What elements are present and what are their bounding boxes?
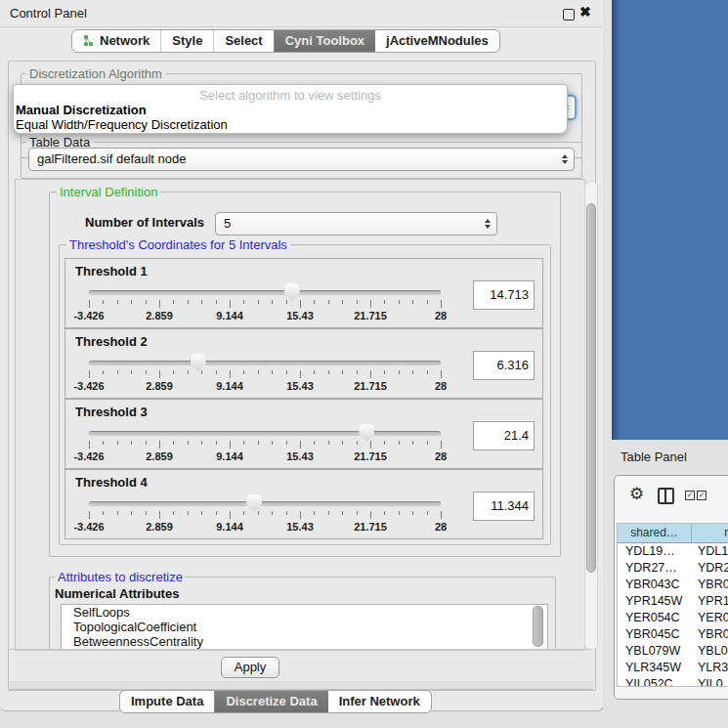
tick xyxy=(201,300,202,304)
threshold-slider[interactable]: -3.4262.8599.14415.4321.71528 xyxy=(89,425,441,466)
attribute-list-item[interactable]: TopologicalCoefficient xyxy=(62,620,547,634)
apply-button[interactable]: Apply xyxy=(221,657,279,678)
threshold-value-field[interactable]: 14.713 xyxy=(473,280,535,310)
threshold-slider[interactable]: -3.4262.8599.14415.4321.71528 xyxy=(89,355,441,396)
axis-tick-label: 2.859 xyxy=(146,450,173,462)
threshold-value-field[interactable]: 11.344 xyxy=(473,492,535,521)
tab-label: Discretize Data xyxy=(226,694,317,708)
tab-style[interactable]: Style xyxy=(160,30,213,52)
cell-name: YIL0 xyxy=(698,677,723,687)
attribute-list-item[interactable]: BetweennessCentrality xyxy=(62,634,547,649)
cell-shared-name: YPR145W xyxy=(625,594,682,608)
slider-track[interactable] xyxy=(89,431,441,436)
axis-tick-label: 28 xyxy=(435,310,447,321)
table-row[interactable]: YPR145WYPR1 xyxy=(618,593,728,610)
table-row[interactable]: YLR345WYLR3 xyxy=(618,660,728,676)
tick xyxy=(131,441,132,445)
float-window-icon[interactable] xyxy=(563,9,575,21)
settings-scrollbar[interactable] xyxy=(584,181,598,650)
tick xyxy=(427,300,428,304)
axis-tick-label: 9.144 xyxy=(216,380,243,392)
cell-shared-name: YDL19… xyxy=(625,544,675,558)
attributes-group-label: Attributes to discretize xyxy=(55,570,186,584)
tick xyxy=(117,300,118,304)
tick xyxy=(243,300,244,304)
threshold-slider[interactable]: -3.4262.8599.14415.4321.71528 xyxy=(89,284,441,325)
table-row[interactable]: YIL052CYIL0 xyxy=(618,676,728,687)
tick xyxy=(427,441,428,445)
tick xyxy=(342,300,343,304)
table-row[interactable]: YER054CYER0 xyxy=(618,610,728,626)
number-of-intervals-combobox[interactable]: 5 xyxy=(215,212,497,236)
axis-tick-label: 15.43 xyxy=(286,380,314,392)
close-icon[interactable]: ✖ xyxy=(579,4,591,20)
numerical-attributes-list[interactable]: SelfLoopsTopologicalCoefficientBetweenne… xyxy=(61,604,548,651)
tab-impute-data[interactable]: Impute Data xyxy=(120,691,214,712)
checkbox-icon[interactable]: ✓ xyxy=(697,491,707,500)
tick xyxy=(103,511,104,515)
slider-handle[interactable] xyxy=(191,354,206,371)
threshold-panel-3: Threshold 3-3.4262.8599.14415.4321.71528… xyxy=(64,399,543,469)
column-header-name[interactable]: na xyxy=(692,524,728,543)
tab-label: jActiveMNodules xyxy=(386,33,489,48)
axis-tick-label: 15.43 xyxy=(286,450,314,462)
scrollbar-thumb[interactable] xyxy=(586,203,596,573)
threshold-slider[interactable]: -3.4262.8599.14415.4321.71528 xyxy=(89,495,441,536)
tick xyxy=(258,300,259,304)
tick xyxy=(342,370,343,374)
tab-label: Select xyxy=(225,33,262,48)
axis-tick-label: 9.144 xyxy=(216,521,243,533)
threshold-label: Threshold 4 xyxy=(75,475,148,490)
gear-icon[interactable]: ⚙ xyxy=(629,484,644,504)
tab-jactivemnodules[interactable]: jActiveMNodules xyxy=(375,30,499,52)
table-row[interactable]: YBL079WYBL0 xyxy=(618,643,728,660)
slider-track[interactable] xyxy=(89,501,441,506)
bottom-tab-bar: Impute DataDiscretize DataInfer Network xyxy=(119,690,432,713)
table-row[interactable]: YDR27…YDR2 xyxy=(618,560,728,577)
threshold-value-field[interactable]: 6.316 xyxy=(473,351,535,380)
columns-icon[interactable] xyxy=(658,488,674,504)
slider-handle[interactable] xyxy=(284,283,300,301)
attribute-list-item[interactable]: SelfLoops xyxy=(62,605,547,620)
table-row[interactable]: YDL19…YDL1 xyxy=(618,543,728,560)
tab-discretize-data[interactable]: Discretize Data xyxy=(214,691,327,712)
table-row[interactable]: YBR045CYBR0 xyxy=(618,626,728,643)
cell-shared-name: YBR043C xyxy=(625,578,680,591)
slider-handle[interactable] xyxy=(246,494,262,512)
tab-cyni-toolbox[interactable]: Cyni Toolbox xyxy=(274,30,375,52)
tick xyxy=(328,300,329,304)
tick xyxy=(314,370,315,374)
attributes-list-scrollbar[interactable] xyxy=(533,606,543,647)
tab-select[interactable]: Select xyxy=(213,30,273,52)
axis-tick-label: 21.715 xyxy=(354,310,387,321)
table-data-combobox[interactable]: galFiltered.sif default node xyxy=(28,148,575,171)
tick xyxy=(131,370,132,374)
slider-track[interactable] xyxy=(89,290,441,295)
threshold-value-field[interactable]: 21.4 xyxy=(473,421,535,450)
checkbox-icon[interactable]: ✓ xyxy=(685,491,695,500)
number-of-intervals-value: 5 xyxy=(224,216,231,231)
tick xyxy=(272,511,273,515)
axis-tick-label: 9.144 xyxy=(216,450,243,462)
tick xyxy=(216,511,217,515)
tick xyxy=(412,441,413,445)
tab-infer-network[interactable]: Infer Network xyxy=(328,691,431,712)
tab-network[interactable]: Network xyxy=(72,30,160,52)
column-header-shared-name[interactable]: shared… xyxy=(618,524,692,543)
tick xyxy=(146,370,147,374)
slider-handle[interactable] xyxy=(359,424,374,442)
threshold-label: Threshold 2 xyxy=(75,334,148,349)
tick xyxy=(188,370,189,374)
slider-track[interactable] xyxy=(89,361,441,365)
dropdown-option-manual[interactable]: Manual Discretization xyxy=(16,103,147,117)
table-row[interactable]: YBR043CYBR0 xyxy=(618,577,728,593)
tick xyxy=(173,511,174,515)
dropdown-option-equal-width[interactable]: Equal Width/Frequency Discretization xyxy=(16,117,228,132)
tick xyxy=(103,370,104,374)
cell-name: YPR1 xyxy=(698,594,728,608)
tick xyxy=(370,511,371,519)
tick xyxy=(384,370,385,374)
tick xyxy=(441,441,442,449)
tick xyxy=(399,370,400,374)
tick xyxy=(173,370,174,374)
